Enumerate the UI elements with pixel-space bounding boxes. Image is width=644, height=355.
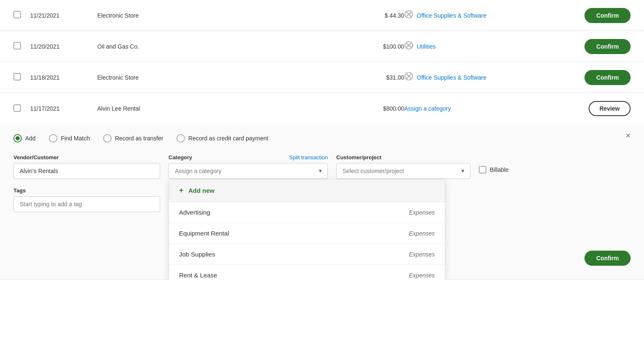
row-checkbox[interactable] bbox=[13, 11, 21, 18]
transaction-row-expanded: 11/17/2021 Alvin Lee Rental $800.00 Assi… bbox=[0, 93, 644, 124]
assign-category-link[interactable]: Assign a category bbox=[404, 105, 451, 112]
radio-dot-add bbox=[16, 136, 20, 140]
transaction-merchant: Electronic Store bbox=[97, 74, 337, 81]
form-row-main: Vendor/Customer Category Split transacti… bbox=[13, 154, 631, 179]
radio-circle-find bbox=[49, 134, 57, 143]
category-group: Category Split transaction ▼ bbox=[169, 154, 328, 179]
item-type: Expenses bbox=[409, 272, 435, 279]
category-dropdown-menu: + Add new Advertising Expenses bbox=[169, 179, 445, 280]
transaction-date: 11/20/2021 bbox=[30, 43, 97, 50]
transaction-row: 11/21/2021 Electronic Store $ 44.30 Offi… bbox=[0, 0, 644, 31]
category-name-link[interactable]: Utilities bbox=[417, 43, 436, 50]
category-icon bbox=[404, 10, 413, 21]
category-name-link[interactable]: Office Supplies & Software bbox=[417, 12, 486, 19]
transaction-amount: $31.00 bbox=[337, 74, 404, 81]
radio-record-cc[interactable]: Record as credit card payment bbox=[177, 134, 268, 143]
tags-input[interactable] bbox=[13, 196, 160, 212]
item-label: Rent & Lease bbox=[179, 272, 217, 279]
add-new-label: + Add new bbox=[179, 186, 215, 195]
transaction-category: Assign a category bbox=[404, 105, 564, 112]
transaction-category: Utilities bbox=[404, 41, 564, 52]
category-name-link[interactable]: Office Supplies & Software bbox=[417, 74, 486, 81]
billable-group: Billable bbox=[479, 154, 509, 174]
transaction-merchant: Electronic Store bbox=[97, 12, 337, 19]
category-select-input[interactable] bbox=[169, 163, 328, 179]
radio-circle-add bbox=[13, 134, 22, 143]
row-checkbox[interactable] bbox=[13, 104, 21, 112]
action-cell: Confirm bbox=[564, 70, 631, 85]
confirm-button[interactable]: Confirm bbox=[584, 70, 631, 85]
confirm-bottom-button[interactable]: Confirm bbox=[584, 251, 631, 266]
radio-transfer-label: Record as transfer bbox=[115, 135, 163, 142]
category-icon bbox=[404, 41, 413, 52]
action-cell: Confirm bbox=[564, 8, 631, 23]
customer-select-input[interactable] bbox=[336, 163, 470, 179]
action-cell: Confirm bbox=[564, 39, 631, 54]
dropdown-item-equipment-rental[interactable]: Equipment Rental Expenses bbox=[169, 223, 445, 244]
customer-label: Customer/project bbox=[336, 154, 470, 161]
plus-icon: + bbox=[179, 186, 184, 194]
transaction-date: 11/21/2021 bbox=[30, 12, 97, 19]
review-button[interactable]: Review bbox=[589, 101, 631, 116]
transaction-amount: $ 44.30 bbox=[337, 12, 404, 19]
vendor-input[interactable] bbox=[13, 163, 160, 179]
dropdown-item-advertising[interactable]: Advertising Expenses bbox=[169, 202, 445, 223]
item-type: Expenses bbox=[409, 230, 435, 237]
close-button[interactable]: × bbox=[626, 131, 631, 140]
radio-circle-transfer bbox=[103, 134, 112, 143]
item-label: Advertising bbox=[179, 209, 210, 216]
item-label: Job Supplies bbox=[179, 251, 215, 258]
item-type: Expenses bbox=[409, 209, 435, 216]
category-label: Category bbox=[169, 154, 192, 161]
customer-select-wrapper: ▼ bbox=[336, 163, 470, 179]
transaction-row: 11/20/2021 Oil and Gas Co. $100.00 Utili… bbox=[0, 31, 644, 62]
transaction-type-group: Add Find Match Record as transfer Record… bbox=[13, 134, 631, 143]
transaction-merchant: Alvin Lee Rental bbox=[97, 105, 337, 112]
tags-label: Tags bbox=[13, 187, 160, 194]
vendor-label: Vendor/Customer bbox=[13, 154, 160, 161]
radio-record-transfer[interactable]: Record as transfer bbox=[103, 134, 163, 143]
customer-group: Customer/project ▼ bbox=[336, 154, 470, 179]
radio-circle-cc bbox=[177, 134, 185, 143]
transaction-list: 11/21/2021 Electronic Store $ 44.30 Offi… bbox=[0, 0, 644, 280]
item-label: Equipment Rental bbox=[179, 230, 229, 237]
category-dropdown-container: ▼ + Add new bbox=[169, 163, 328, 179]
split-transaction-link[interactable]: Split transaction bbox=[289, 154, 328, 161]
row-checkbox[interactable] bbox=[13, 73, 21, 80]
dropdown-scrollable: + Add new Advertising Expenses bbox=[169, 179, 445, 280]
radio-cc-label: Record as credit card payment bbox=[188, 135, 268, 142]
radio-add[interactable]: Add bbox=[13, 134, 36, 143]
transaction-category: Office Supplies & Software bbox=[404, 10, 564, 21]
radio-find-label: Find Match bbox=[61, 135, 90, 142]
category-icon bbox=[404, 72, 413, 83]
radio-find-match[interactable]: Find Match bbox=[49, 134, 90, 143]
dropdown-item-job-supplies[interactable]: Job Supplies Expenses bbox=[169, 244, 445, 265]
transaction-date: 11/18/2021 bbox=[30, 74, 97, 81]
dropdown-item-add-new[interactable]: + Add new bbox=[169, 179, 445, 202]
transaction-category: Office Supplies & Software bbox=[404, 72, 564, 83]
transaction-amount: $100.00 bbox=[337, 43, 404, 50]
transaction-merchant: Oil and Gas Co. bbox=[97, 43, 337, 50]
transaction-date: 11/17/2021 bbox=[30, 105, 97, 112]
confirm-button[interactable]: Confirm bbox=[584, 39, 631, 54]
vendor-group: Vendor/Customer bbox=[13, 154, 160, 179]
billable-checkbox[interactable] bbox=[479, 166, 486, 174]
confirm-button[interactable]: Confirm bbox=[584, 8, 631, 23]
tags-group: Tags bbox=[13, 187, 160, 212]
radio-add-label: Add bbox=[25, 135, 36, 142]
billable-label: Billable bbox=[490, 166, 509, 173]
expanded-panel: × Add Find Match Record as transfer bbox=[0, 124, 644, 280]
transaction-row: 11/18/2021 Electronic Store $31.00 Offic… bbox=[0, 62, 644, 93]
transaction-amount: $800.00 bbox=[337, 105, 404, 112]
dropdown-item-rent-lease[interactable]: Rent & Lease Expenses bbox=[169, 265, 445, 280]
category-select-wrapper: ▼ bbox=[169, 163, 328, 179]
row-checkbox[interactable] bbox=[13, 42, 21, 49]
item-type: Expenses bbox=[409, 251, 435, 258]
action-cell: Review bbox=[564, 101, 631, 116]
